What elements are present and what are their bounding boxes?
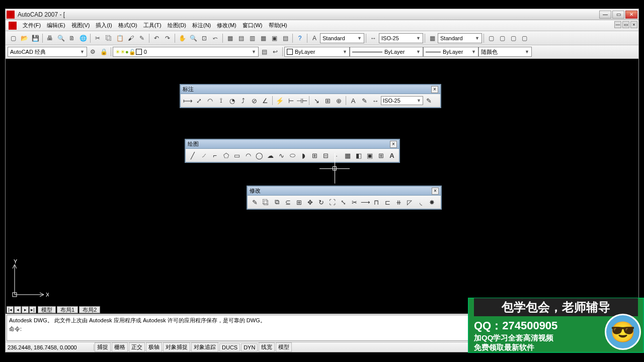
dimstyle-icon[interactable]: ↔	[368, 33, 378, 43]
dim-edit-icon[interactable]: A	[348, 96, 358, 106]
point-icon[interactable]: ·	[332, 150, 342, 160]
minimize-button[interactable]: —	[599, 11, 611, 19]
modify-toolbar-close[interactable]: ×	[432, 188, 439, 195]
layer-previous-icon[interactable]: ↩	[270, 47, 280, 57]
dim-linear-icon[interactable]: ⟼	[183, 96, 193, 106]
status-snap[interactable]: 捕捉	[95, 342, 111, 352]
dim-continue-icon[interactable]: ⊣⊢	[297, 96, 307, 106]
status-ortho[interactable]: 正交	[129, 342, 145, 352]
rotate-icon[interactable]: ↻	[316, 197, 326, 207]
markup-icon[interactable]: ▥	[247, 33, 257, 43]
copy-icon[interactable]: ⿻	[104, 33, 114, 43]
menu-format[interactable]: 格式(O)	[115, 21, 140, 30]
modify-toolbar[interactable]: 修改 × ✎ ⿻ ⧉ ⊆ ⊞ ✥ ↻ ⛶ ⤡ ✂ ⟶ ⊓ ⊏ ⧺ ◸ ◟ ✸	[247, 186, 442, 210]
stretch-icon[interactable]: ⤡	[338, 197, 348, 207]
pan-icon[interactable]: ✋	[177, 33, 187, 43]
maximize-button[interactable]: ▭	[612, 11, 624, 19]
tab-layout1[interactable]: 布局1	[57, 306, 78, 313]
insert-block-icon[interactable]: ⊞	[309, 150, 319, 160]
mtext-icon[interactable]: A	[387, 150, 397, 160]
workspace-lock-icon[interactable]: 🔒	[99, 47, 109, 57]
rectangle-icon[interactable]: ▭	[232, 150, 242, 160]
dim-leader-icon[interactable]: ↘	[311, 96, 321, 106]
dim-tedit-icon[interactable]: ✎	[359, 96, 369, 106]
spline-icon[interactable]: ∿	[276, 150, 286, 160]
menu-help[interactable]: 帮助(H)	[266, 21, 290, 30]
hatch-icon[interactable]: ▦	[343, 150, 353, 160]
erase-icon[interactable]: ✎	[250, 197, 260, 207]
break-icon[interactable]: ⊏	[382, 197, 392, 207]
dim-update-icon[interactable]: ↔	[370, 96, 380, 106]
help-icon[interactable]: ?	[295, 33, 305, 43]
tab-nav-last[interactable]: ▸|	[29, 306, 36, 313]
menu-dimension[interactable]: 标注(N)	[189, 21, 214, 30]
open-icon[interactable]: 📂	[19, 33, 29, 43]
dimension-toolbar-title[interactable]: 标注 ×	[181, 85, 440, 94]
dimension-toolbar-close[interactable]: ×	[431, 86, 438, 93]
menu-view[interactable]: 视图(V)	[68, 21, 93, 30]
explode-icon[interactable]: ✸	[427, 197, 437, 207]
close-button[interactable]: ✕	[625, 11, 637, 19]
save-icon[interactable]: 💾	[30, 33, 40, 43]
status-polar[interactable]: 极轴	[146, 342, 162, 352]
status-otrack[interactable]: 对象追踪	[191, 342, 218, 352]
dim-arc-icon[interactable]: ◠	[205, 96, 215, 106]
tablestyle-combo[interactable]: Standard▼	[438, 33, 482, 43]
join-icon[interactable]: ⧺	[393, 197, 404, 207]
tab-model[interactable]: 模型	[38, 306, 56, 313]
menu-modify[interactable]: 修改(M)	[214, 21, 239, 30]
undo-icon[interactable]: ↶	[151, 33, 162, 43]
chamfer-icon[interactable]: ◸	[405, 197, 415, 207]
menu-edit[interactable]: 编辑(E)	[44, 21, 68, 30]
textstyle-combo[interactable]: Standard▼	[320, 33, 364, 43]
copy-object-icon[interactable]: ⿻	[261, 197, 271, 207]
color-combo[interactable]: ByLayer▼	[284, 47, 350, 57]
plotstyle-combo[interactable]: 随颜色▼	[478, 47, 532, 57]
textstyle-icon[interactable]: A	[309, 33, 319, 43]
menu-insert[interactable]: 插入(I)	[93, 21, 115, 30]
fillet-icon[interactable]: ◟	[416, 197, 426, 207]
menu-draw[interactable]: 绘图(D)	[165, 21, 189, 30]
xline-icon[interactable]: ⟋	[199, 150, 209, 160]
doc-restore-button[interactable]: ▭	[622, 21, 629, 28]
line-icon[interactable]: ╱	[188, 150, 198, 160]
dim-baseline-icon[interactable]: ⊢	[286, 96, 296, 106]
layer-manager-icon[interactable]: ▤	[259, 47, 269, 57]
calc-icon[interactable]: ▤	[280, 33, 290, 43]
properties-icon[interactable]: ✎	[137, 33, 147, 43]
new-icon[interactable]: ▢	[8, 33, 18, 43]
dim-jogged-icon[interactable]: ⤴	[238, 96, 248, 106]
move-icon[interactable]: ✥	[305, 197, 315, 207]
menu-file[interactable]: 文件(F)	[20, 21, 44, 30]
scale-icon[interactable]: ⛶	[327, 197, 337, 207]
draw-toolbar-title[interactable]: 绘图 ×	[186, 140, 399, 149]
window-arrange-icon[interactable]: ▢	[486, 33, 496, 43]
workspace-combo[interactable]: AutoCAD 经典▼	[8, 47, 87, 57]
extend-icon[interactable]: ⟶	[360, 197, 370, 207]
status-ducs[interactable]: DUCS	[219, 343, 240, 351]
doc-close-button[interactable]: ×	[630, 21, 637, 28]
drawing-area[interactable]: 标注 × ⟼ ⤢ ◠ ⟟ ◔ ⤴ ⊘ ∠ ⚡ ⊢ ⊣⊢ ↘ ⊞ ⊕	[6, 59, 638, 306]
zoom-realtime-icon[interactable]: 🔍	[188, 33, 198, 43]
modify-toolbar-title[interactable]: 修改 ×	[248, 187, 441, 196]
array-icon[interactable]: ⊞	[294, 197, 304, 207]
dimstyle-combo[interactable]: ISO-25▼	[379, 33, 423, 43]
gradient-icon[interactable]: ◧	[354, 150, 364, 160]
status-lwt[interactable]: 线宽	[259, 342, 275, 352]
dim-style-combo[interactable]: ISO-25▼	[381, 96, 423, 105]
publish-icon[interactable]: 🗎	[67, 33, 77, 43]
paste-icon[interactable]: 📋	[115, 33, 125, 43]
preview-icon[interactable]: 🔍	[56, 33, 66, 43]
print-icon[interactable]: 🖶	[45, 33, 55, 43]
doc-minimize-button[interactable]: —	[614, 21, 621, 28]
ellipse-arc-icon[interactable]: ◗	[298, 150, 308, 160]
polyline-icon[interactable]: ⌐	[210, 150, 220, 160]
draw-toolbar-close[interactable]: ×	[390, 141, 397, 148]
dim-diameter-icon[interactable]: ⊘	[249, 96, 259, 106]
make-block-icon[interactable]: ⊟	[320, 150, 331, 160]
window-cascade-icon[interactable]: ▢	[497, 33, 507, 43]
dim-ordinate-icon[interactable]: ⟟	[216, 96, 226, 106]
zoom-window-icon[interactable]: ⊡	[199, 33, 209, 43]
status-osnap[interactable]: 对象捕捉	[163, 342, 190, 352]
draw-toolbar[interactable]: 绘图 × ╱ ⟋ ⌐ ⬠ ▭ ◠ ◯ ☁ ∿ ⬭ ◗ ⊞ ⊟ · ▦ ◧ ▣	[185, 139, 400, 163]
